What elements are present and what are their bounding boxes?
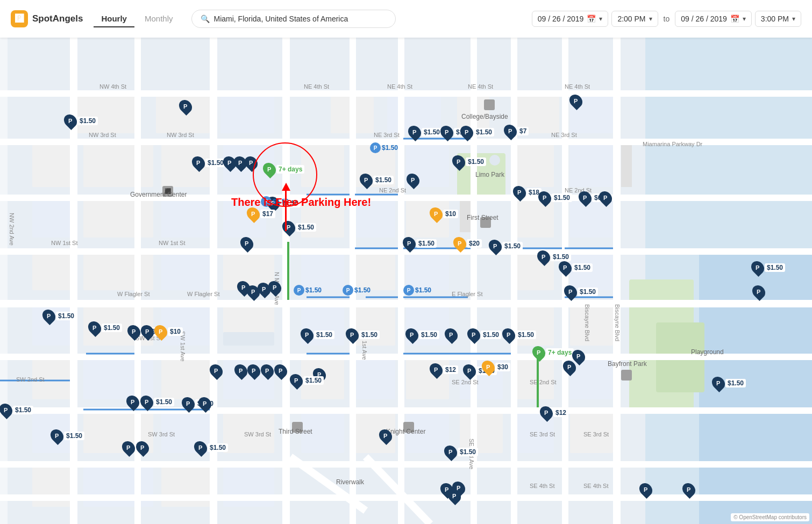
date-from-box[interactable]: 09 / 26 / 2019 📅 ▾: [532, 11, 609, 27]
parking-pin[interactable]: [123, 441, 134, 455]
parking-pin[interactable]: $1.50: [43, 309, 76, 323]
parking-pin[interactable]: $1.50: [445, 445, 478, 459]
nav-tabs: Hourly Monthly: [94, 11, 180, 27]
parking-pin[interactable]: [573, 349, 585, 363]
parking-pin[interactable]: [261, 364, 273, 378]
free-parking-pin[interactable]: 7+ days: [533, 346, 574, 360]
parking-pin[interactable]: [600, 191, 611, 205]
street-label: NE 2nd St: [379, 187, 406, 193]
parking-pin[interactable]: [180, 99, 191, 113]
parking-pin[interactable]: $17: [247, 207, 275, 221]
svg-rect-100: [484, 99, 495, 110]
tab-monthly[interactable]: Monthly: [137, 11, 181, 27]
parking-pin[interactable]: $10: [155, 325, 183, 339]
pin-price: $1.50: [481, 331, 501, 339]
parking-pin[interactable]: $1.50: [346, 328, 380, 342]
parking-pin[interactable]: $12: [430, 363, 458, 377]
parking-pin[interactable]: [380, 429, 391, 443]
meter-pin[interactable]: P $1.50: [370, 142, 398, 153]
parking-pin[interactable]: [241, 236, 253, 250]
pin-icon-yellow: [152, 322, 170, 341]
parking-pin[interactable]: $1.50: [406, 328, 439, 342]
parking-pin[interactable]: [141, 325, 153, 339]
parking-pin[interactable]: $1.50: [468, 328, 501, 342]
parking-pin[interactable]: $7: [504, 124, 529, 138]
parking-pin[interactable]: $1.50: [360, 173, 394, 187]
pin-price: $1.50: [551, 253, 571, 261]
parking-pin[interactable]: [570, 94, 582, 108]
parking-pin[interactable]: $1.50: [489, 239, 523, 253]
parking-pin[interactable]: [640, 483, 652, 497]
meter-pin[interactable]: P $1.50: [294, 285, 322, 296]
tab-hourly[interactable]: Hourly: [94, 11, 134, 27]
parking-pin[interactable]: [210, 364, 222, 378]
pin-icon: [576, 189, 594, 207]
parking-pin[interactable]: $30: [482, 360, 510, 374]
pin-icon: [298, 326, 316, 344]
parking-pin[interactable]: $1.50: [283, 220, 316, 234]
parking-pin[interactable]: [248, 364, 260, 378]
parking-pin[interactable]: $1.50: [565, 285, 598, 299]
map-container[interactable]: ⬛ NW 4th St NE 4th St NE 4t: [0, 38, 812, 524]
parking-pin[interactable]: $1.50: [301, 328, 334, 342]
parking-pin[interactable]: $1.50: [89, 321, 122, 335]
street-label: NE 4th St: [387, 83, 412, 90]
meter-pin[interactable]: P $1.50: [403, 285, 431, 296]
parking-pin[interactable]: $1.50: [453, 155, 486, 169]
parking-pin[interactable]: $1.50: [559, 261, 593, 275]
parking-pin[interactable]: [127, 395, 139, 409]
parking-pin[interactable]: $1.50: [461, 125, 494, 139]
pin-icon: [749, 259, 767, 277]
parking-pin[interactable]: $12: [540, 406, 568, 420]
poi-label: Playground: [691, 348, 724, 356]
parking-pin[interactable]: $1.50: [195, 441, 228, 455]
parking-pin[interactable]: [137, 441, 148, 455]
parking-pin[interactable]: $1.50: [713, 376, 746, 390]
poi-label: Miamarina Parkway Dr: [643, 141, 702, 147]
parking-pin[interactable]: [275, 364, 287, 378]
pin-price: $1.50: [303, 376, 324, 385]
parking-pin[interactable]: [407, 173, 419, 187]
parking-pin[interactable]: [448, 489, 460, 503]
time-from: 2:00 PM: [617, 15, 645, 23]
parking-pin[interactable]: $1.50: [403, 236, 437, 250]
parking-pin[interactable]: $1.50: [141, 395, 174, 409]
search-bar[interactable]: 🔍: [191, 10, 396, 28]
parking-pin[interactable]: [235, 364, 247, 378]
parking-pin[interactable]: [683, 483, 695, 497]
parking-pin[interactable]: $20: [454, 236, 482, 250]
search-input[interactable]: [214, 15, 387, 23]
svg-rect-22: [516, 144, 554, 187]
pin-icon: [40, 307, 58, 325]
parking-pin[interactable]: $1.50: [752, 261, 785, 275]
meter-price: $1.50: [354, 286, 371, 294]
svg-rect-95: [511, 38, 517, 524]
pin-icon: [556, 259, 574, 277]
parking-pin[interactable]: $1.50: [409, 125, 442, 139]
parking-pin[interactable]: [199, 397, 211, 411]
logo[interactable]: 🅿 SpotAngels: [11, 10, 83, 27]
pin-icon: [138, 393, 156, 411]
parking-pin[interactable]: [269, 281, 281, 295]
time-to-box[interactable]: 3:00 PM ▾: [755, 11, 801, 27]
parking-pin[interactable]: $1.50: [0, 403, 33, 417]
svg-rect-21: [489, 155, 500, 166]
parking-pin[interactable]: $1.50: [51, 429, 84, 443]
parking-pin[interactable]: $18: [514, 185, 542, 199]
meter-pin[interactable]: P $1.50: [343, 285, 371, 296]
logo-text: SpotAngels: [32, 13, 83, 24]
parking-pin[interactable]: $1.50: [193, 156, 226, 170]
svg-rect-14: [32, 144, 75, 187]
parking-pin[interactable]: $1.50: [503, 328, 536, 342]
pin-price: $1.50: [419, 331, 439, 339]
parking-pin[interactable]: [445, 328, 457, 342]
pin-price: $1.50: [373, 176, 394, 184]
parking-pin[interactable]: [753, 285, 765, 299]
parking-pin[interactable]: $1.50: [65, 114, 98, 128]
svg-rect-55: [83, 359, 153, 399]
time-from-box[interactable]: 2:00 PM ▾: [611, 11, 658, 27]
parking-pin[interactable]: $1.50: [290, 374, 324, 387]
date-to-box[interactable]: 09 / 26 / 2019 📅 ▾: [675, 11, 752, 27]
parking-pin[interactable]: $10: [430, 207, 458, 221]
parking-pin[interactable]: $1.50: [539, 191, 572, 205]
